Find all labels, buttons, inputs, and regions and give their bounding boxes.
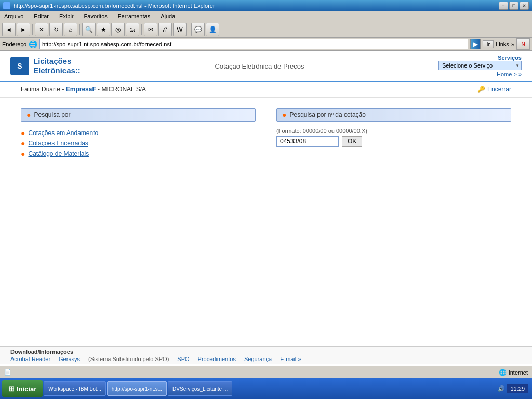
internet-zone-icon: 🌐	[499, 369, 507, 376]
user-name: Fatima Duarte	[21, 86, 60, 93]
cotacao-section: ● Pesquisa por nº da cotação (Formato: 0…	[276, 108, 511, 159]
mail-button[interactable]: ✉	[144, 23, 157, 36]
title-bar: http://spo-supr1-nt.spo.sabesp.com.br/fo…	[0, 0, 532, 11]
refresh-button[interactable]: ↻	[49, 23, 63, 36]
print-button[interactable]: 🖨	[158, 23, 172, 36]
go-button[interactable]: Ir	[483, 40, 494, 48]
search-section-header: ● Pesquisa por	[21, 108, 256, 122]
footer-acrobat-link[interactable]: Acrobat Reader	[10, 356, 50, 362]
footer-links: Acrobat Reader Gerasys (Sistema Substitu…	[10, 356, 522, 362]
history-button[interactable]: 🗂	[126, 23, 139, 36]
menu-editar[interactable]: Editar	[32, 12, 51, 20]
word-button[interactable]: W	[173, 23, 187, 36]
footer-title: Download/Informações	[10, 349, 522, 355]
cotacao-bullet-icon: ●	[282, 111, 286, 119]
minimize-button[interactable]: −	[499, 2, 508, 10]
messenger-button[interactable]: 👤	[206, 23, 219, 36]
footer-gerasys-link[interactable]: Gerasys	[59, 356, 80, 362]
logo-area: S Licitações Eletrônicas::	[10, 57, 81, 75]
user-info: Fatima Duarte - EmpresaF - MICRONAL S/A	[21, 86, 146, 93]
menu-ferramentas[interactable]: Ferramentas	[116, 12, 152, 20]
status-bar: 📄 🌐 Internet	[0, 366, 532, 378]
footer-seguranca-link[interactable]: Segurança	[244, 356, 272, 362]
services-select-wrapper: Selecione o Serviço	[438, 61, 522, 70]
toolbar-sep1	[32, 24, 33, 35]
list-item: ● Cotações em Andamento	[21, 128, 256, 138]
encerrar-label: Encerrar	[487, 86, 511, 93]
toolbar: ◄ ► ✕ ↻ ⌂ 🔍 ★ ◎ 🗂 ✉ 🖨 W 💬 👤	[0, 21, 532, 38]
menu-favoritos[interactable]: Favoritos	[82, 12, 110, 20]
close-button[interactable]: ✕	[520, 2, 529, 10]
start-label: Iniciar	[17, 385, 36, 393]
home-button[interactable]: ⌂	[64, 23, 77, 36]
favorites-button[interactable]: ★	[97, 23, 110, 36]
footer-procedimentos-link[interactable]: Procedimentos	[198, 356, 236, 362]
browser-content: S Licitações Eletrônicas:: Cotação Eletr…	[0, 51, 532, 364]
ie-icon	[3, 2, 10, 9]
norton-button[interactable]: N	[516, 38, 530, 50]
company-name: MICRONAL S/A	[101, 86, 146, 93]
back-button[interactable]: ◄	[2, 23, 16, 36]
menu-exibir[interactable]: Exibir	[57, 12, 76, 20]
company-label: EmpresaF	[66, 86, 96, 93]
logo-subtitle: Eletrônicas::	[33, 66, 81, 75]
menu-arquivo[interactable]: Arquivo	[2, 12, 25, 20]
bullet3: ●	[21, 150, 25, 158]
links-arrow: »	[511, 41, 514, 47]
cotacoes-andamento-link[interactable]: Cotações em Andamento	[28, 129, 98, 137]
footer-note: (Sistema Substituído pelo SPO)	[88, 356, 169, 362]
logo-text: Licitações Eletrônicas::	[33, 57, 81, 75]
search-section-title: Pesquisa por	[34, 111, 70, 118]
toolbar-sep3	[141, 24, 142, 35]
format-hint: (Formato: 00000/00 ou 00000/00.X)	[276, 128, 511, 134]
media-button[interactable]: ◎	[111, 23, 125, 36]
address-input[interactable]	[39, 39, 468, 49]
cotacao-number-input[interactable]	[276, 136, 339, 147]
logo-title: Licitações	[33, 57, 81, 66]
catalogo-materiais-link[interactable]: Catálogo de Materiais	[28, 150, 89, 157]
forward-button[interactable]: ►	[17, 23, 30, 36]
toolbar-sep4	[189, 24, 189, 35]
list-item: ● Cotações Encerradas	[21, 138, 256, 149]
address-page-icon: 🌐	[29, 40, 37, 48]
main-content: ● Pesquisa por ● Cotações em Andamento ●…	[0, 98, 532, 169]
status-right: 🌐 Internet	[499, 369, 528, 376]
taskbar-item-workspace[interactable]: Workspace - IBM Lot...	[44, 381, 106, 396]
encerrar-button[interactable]: 🔑 Encerrar	[477, 86, 511, 93]
services-select[interactable]: Selecione o Serviço	[438, 61, 522, 70]
address-bar: Endereço 🌐 ▶ Ir Links » N	[0, 38, 532, 51]
list-item: ● Catálogo de Materiais	[21, 149, 256, 159]
services-label: Serviços	[438, 55, 522, 61]
taskbar-item-ie[interactable]: http://spo-supr1-nt.s...	[107, 381, 167, 396]
toolbar-sep2	[79, 24, 80, 35]
cotacao-section-header: ● Pesquisa por nº da cotação	[276, 108, 511, 122]
stop-button[interactable]: ✕	[35, 23, 48, 36]
clock: 11:29	[507, 384, 528, 393]
internet-zone-label: Internet	[509, 369, 528, 376]
taskbar: ⊞ Iniciar Workspace - IBM Lot... http://…	[0, 378, 532, 399]
key-icon: 🔑	[477, 86, 485, 93]
system-tray: 🔊	[498, 385, 505, 392]
ok-button[interactable]: OK	[342, 136, 362, 147]
footer: Download/Informações Acrobat Reader Gera…	[0, 346, 532, 364]
links-label: Links	[496, 41, 509, 47]
restore-button[interactable]: □	[509, 2, 518, 10]
search-button[interactable]: 🔍	[82, 23, 96, 36]
start-button[interactable]: ⊞ Iniciar	[2, 380, 43, 397]
header-right: Serviços Selecione o Serviço Home > »	[438, 55, 522, 77]
cotacoes-encerradas-link[interactable]: Cotações Encerradas	[28, 140, 88, 147]
windows-logo: ⊞	[8, 384, 15, 393]
menu-bar: Arquivo Editar Exibir Favoritos Ferramen…	[0, 11, 532, 21]
taskbar-item-dvservicos[interactable]: DVServiços_Licitante ...	[168, 381, 232, 396]
search-links-list: ● Cotações em Andamento ● Cotações Encer…	[21, 128, 256, 159]
address-label: Endereço	[2, 41, 26, 47]
footer-spo-link[interactable]: SPO	[177, 356, 189, 362]
footer-email-link[interactable]: E-mail »	[280, 356, 301, 362]
menu-ajuda[interactable]: Ajuda	[158, 12, 177, 20]
page-icon: 📄	[4, 369, 11, 376]
search-section: ● Pesquisa por ● Cotações em Andamento ●…	[21, 108, 256, 159]
go-arrow-button[interactable]: ▶	[470, 39, 481, 49]
home-link[interactable]: Home > »	[438, 71, 522, 77]
discuss-button[interactable]: 💬	[191, 23, 205, 36]
page-header: S Licitações Eletrônicas:: Cotação Eletr…	[0, 51, 532, 82]
